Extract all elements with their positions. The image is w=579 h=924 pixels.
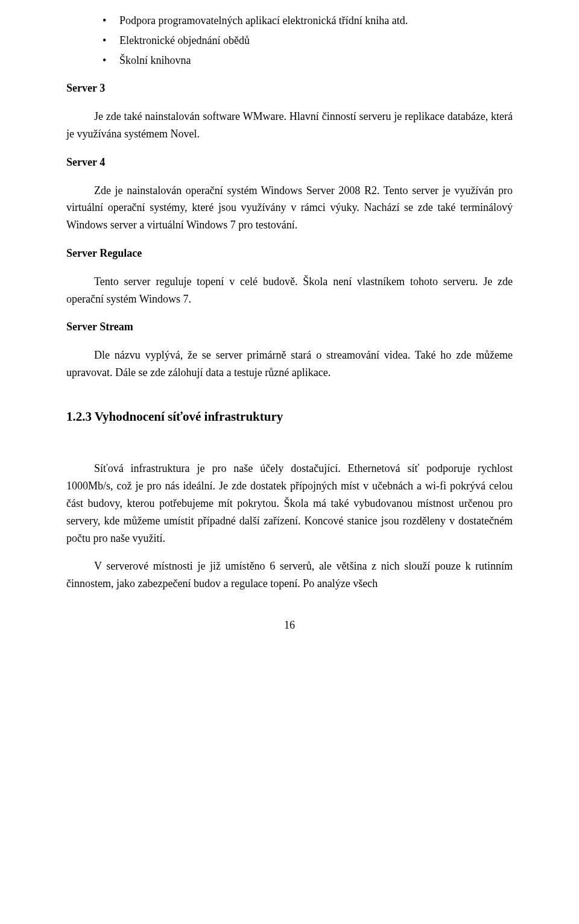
page-number: 16 — [66, 617, 513, 634]
server3-paragraph: Je zde také nainstalován software WMware… — [66, 108, 513, 143]
server-stream-paragraph: Dle názvu vyplývá, že se server primárně… — [66, 347, 513, 382]
section-123-heading: 1.2.3 Vyhodnocení síťové infrastruktury — [66, 407, 513, 427]
server-regulace-heading: Server Regulace — [66, 245, 513, 262]
bullet-item: Podpora programovatelných aplikací elekt… — [103, 12, 513, 30]
bullet-item: Elektronické objednání obědů — [103, 32, 513, 49]
section-123-paragraph1: Síťová infrastruktura je pro naše účely … — [66, 460, 513, 547]
server-stream-heading: Server Stream — [66, 318, 513, 336]
server3-heading: Server 3 — [66, 80, 513, 97]
server-regulace-paragraph: Tento server reguluje topení v celé budo… — [66, 273, 513, 308]
bullet-text: Školní knihovna — [119, 54, 191, 66]
section-123-paragraph2: V serverové místnosti je již umístěno 6 … — [66, 558, 513, 592]
bullet-text: Elektronické objednání obědů — [119, 34, 250, 46]
bullet-item: Školní knihovna — [103, 52, 513, 69]
server4-paragraph: Zde je nainstalován operační systém Wind… — [66, 182, 513, 234]
bullet-list: Podpora programovatelných aplikací elekt… — [103, 12, 513, 69]
bullet-text: Podpora programovatelných aplikací elekt… — [119, 14, 408, 27]
server4-heading: Server 4 — [66, 154, 513, 171]
